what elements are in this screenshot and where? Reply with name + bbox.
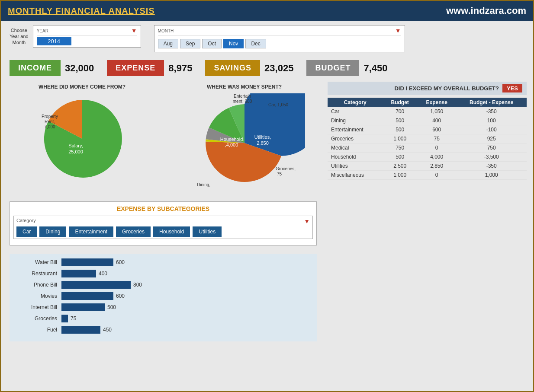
- month-button-nov[interactable]: Nov: [223, 39, 244, 48]
- category-button-car[interactable]: Car: [16, 226, 37, 237]
- category-button-groceries[interactable]: Groceries: [116, 226, 151, 237]
- groceries-ext-label: Groceries,: [276, 166, 296, 171]
- header: MONTHLY FINANCIAL ANALYSIS www.indzara.c…: [1, 1, 533, 21]
- bar-fill: [61, 315, 68, 322]
- bar-label: Fuel: [18, 327, 57, 333]
- bar-label: Water Bill: [18, 259, 57, 265]
- budget-col-category: Category: [328, 98, 383, 107]
- month-label: MONTH: [158, 29, 174, 33]
- year-box: YEAR ▼ 2014: [33, 25, 141, 48]
- month-box: MONTH ▼ AugSepOctNovDec: [154, 25, 405, 52]
- controls-row: ChooseYear andMonth YEAR ▼ 2014 MONTH ▼ …: [1, 21, 533, 57]
- month-button-dec[interactable]: Dec: [245, 39, 266, 48]
- expense-label: EXPENSE: [107, 60, 164, 76]
- income-pie-container: WHERE DID MONEY COME FROM? Salar: [5, 80, 159, 197]
- subcat-filter-box: Category ▼ CarDiningEntertainmentGroceri…: [13, 216, 313, 239]
- bar-value: 500: [107, 304, 116, 310]
- bar-track: 500: [61, 303, 308, 311]
- bar-fill: [61, 270, 96, 277]
- bar-label: Phone Bill: [18, 282, 57, 288]
- budget-category-cell: Utilities: [328, 162, 383, 171]
- budget-amount-cell: 750: [383, 143, 417, 153]
- budget-value: 7,450: [359, 63, 387, 74]
- income-label: INCOME: [10, 60, 61, 76]
- subcat-title: EXPENSE BY SUBCATEGORIES: [13, 205, 313, 212]
- left-charts: WHERE DID MONEY COME FROM? Salar: [5, 80, 321, 346]
- bar-label: Restaurant: [18, 271, 57, 277]
- right-section: DID I EXCEED MY OVERALL BUDGET? YES Cate…: [325, 80, 529, 346]
- budget-category-cell: Entertainment: [328, 125, 383, 134]
- category-button-entertainment[interactable]: Entertainment: [69, 226, 113, 237]
- entertainment-ext-label: Entertain: [233, 94, 251, 99]
- income-value: 32,000: [61, 63, 94, 74]
- metrics-row: INCOME 32,000 EXPENSE 8,975 SAVINGS 23,0…: [1, 57, 533, 80]
- expense-amount-cell: 400: [417, 116, 457, 125]
- bar-item: Restaurant400: [18, 270, 308, 277]
- category-filter-icon[interactable]: ▼: [304, 218, 310, 225]
- income-metric: INCOME 32,000: [10, 60, 94, 76]
- year-section: ChooseYear andMonth YEAR ▼ 2014: [10, 25, 141, 48]
- bar-fill: [61, 281, 131, 289]
- table-row: Car7001,050-350: [328, 107, 527, 116]
- bar-label: Groceries: [18, 316, 57, 322]
- bar-track: 600: [61, 258, 308, 266]
- budget-diff-cell: 925: [456, 134, 527, 143]
- budget-amount-cell: 500: [383, 125, 417, 134]
- bar-track: 75: [61, 315, 308, 322]
- bar-value: 600: [116, 293, 125, 299]
- table-row: Miscellaneous1,00001,000: [328, 171, 527, 180]
- budget-amount-cell: 500: [383, 153, 417, 162]
- budget-category-cell: Groceries: [328, 134, 383, 143]
- property-label: Property: [42, 114, 58, 119]
- budget-category-cell: Household: [328, 153, 383, 162]
- property-value: 7,000: [44, 124, 55, 129]
- budget-diff-cell: -3,500: [456, 153, 527, 162]
- charts-section: WHERE DID MONEY COME FROM? Salar: [1, 80, 533, 346]
- bar-item: Phone Bill800: [18, 281, 308, 289]
- expense-pie-container: WHERE WAS MONEY SPENT?: [167, 80, 321, 197]
- expense-amount-cell: 600: [417, 125, 457, 134]
- category-button-household[interactable]: Household: [153, 226, 190, 237]
- bar-item: Internet Bill500: [18, 303, 308, 311]
- year-filter-icon[interactable]: ▼: [131, 27, 137, 34]
- income-pie-chart: Salary, 25,000 Property Rent, 7,000: [35, 93, 130, 180]
- budget-amount-cell: 700: [383, 107, 417, 116]
- table-row: Dining500400100: [328, 116, 527, 125]
- budget-question-bar: DID I EXCEED MY OVERALL BUDGET? YES: [328, 82, 527, 95]
- bar-track: 450: [61, 326, 308, 334]
- income-pie-wrapper: Salary, 25,000 Property Rent, 7,000: [10, 93, 154, 180]
- expense-pie-chart: Household ,4,000 Utilities, 2,850 Car, 1…: [184, 93, 305, 193]
- month-button-sep[interactable]: Sep: [180, 39, 200, 48]
- savings-label: SAVINGS: [205, 60, 260, 76]
- category-button-dining[interactable]: Dining: [39, 226, 66, 237]
- category-filter-label: Category: [16, 218, 36, 225]
- expense-pie-wrapper: Household ,4,000 Utilities, 2,850 Car, 1…: [172, 93, 317, 193]
- year-value[interactable]: 2014: [37, 37, 71, 45]
- budget-col-expense: Expense: [417, 98, 457, 107]
- month-button-aug[interactable]: Aug: [158, 39, 178, 48]
- utilities-label2: 2,850: [257, 140, 269, 146]
- bar-value: 600: [116, 259, 125, 265]
- month-buttons: AugSepOctNovDec: [158, 37, 401, 50]
- expense-value: 8,975: [164, 63, 192, 74]
- budget-metric: BUDGET 7,450: [306, 60, 387, 76]
- budget-question-text: DID I EXCEED MY OVERALL BUDGET?: [394, 85, 499, 92]
- budget-category-cell: Medical: [328, 143, 383, 153]
- salary-label: Salary,: [68, 143, 83, 148]
- bar-item: Movies600: [18, 292, 308, 300]
- month-button-oct[interactable]: Oct: [202, 39, 222, 48]
- month-filter-icon[interactable]: ▼: [395, 27, 401, 34]
- expense-amount-cell: 4,000: [417, 153, 457, 162]
- table-row: Entertainment500600-100: [328, 125, 527, 134]
- category-button-utilities[interactable]: Utilities: [193, 226, 222, 237]
- bar-value: 800: [133, 282, 142, 288]
- budget-amount-cell: 1,000: [383, 171, 417, 180]
- bar-track: 600: [61, 292, 308, 300]
- budget-col-budget---expense: Budget - Expense: [456, 98, 527, 107]
- bar-chart-section: Water Bill600Restaurant400Phone Bill800M…: [10, 254, 317, 341]
- table-row: Utilities2,5002,850-350: [328, 162, 527, 171]
- bar-item: Fuel450: [18, 326, 308, 334]
- table-row: Household5004,000-3,500: [328, 153, 527, 162]
- expense-amount-cell: 75: [417, 134, 457, 143]
- bar-fill: [61, 326, 100, 334]
